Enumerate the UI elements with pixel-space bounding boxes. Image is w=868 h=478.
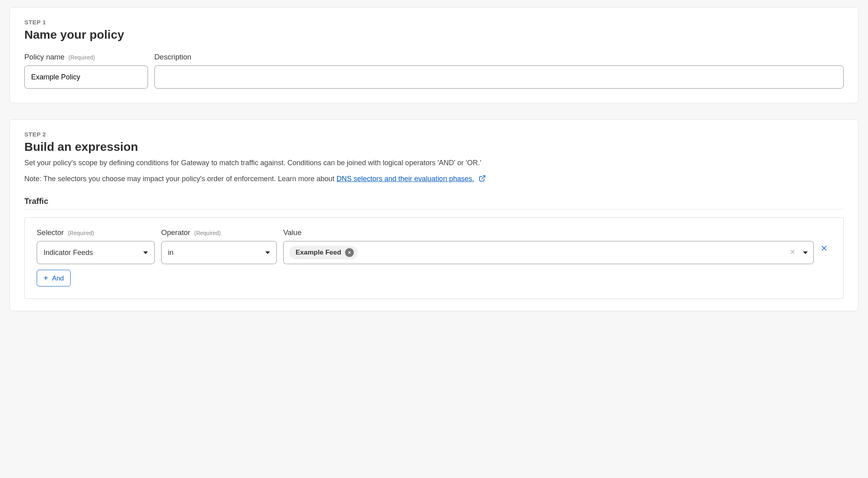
selector-required: (Required)	[68, 230, 94, 236]
step2-title: Build an expression	[24, 140, 844, 154]
step2-note: Note: The selectors you choose may impac…	[24, 174, 844, 185]
operator-select[interactable]: in	[161, 241, 277, 264]
description-group: Description	[154, 53, 844, 89]
description-input[interactable]	[154, 65, 844, 89]
selector-value: Indicator Feeds	[43, 249, 93, 257]
value-chip-label: Example Feed	[296, 249, 341, 257]
expression-row: Selector (Required) Indicator Feeds + An…	[37, 228, 831, 286]
step2-note-prefix: Note: The selectors you choose may impac…	[24, 175, 337, 183]
policy-name-group: Policy name (Required)	[24, 53, 148, 89]
step2-label: STEP 2	[24, 131, 844, 138]
step2-card: STEP 2 Build an expression Set your poli…	[10, 119, 858, 311]
operator-column: Operator (Required) in	[161, 228, 277, 264]
chevron-down-icon	[143, 251, 148, 254]
add-and-button[interactable]: + And	[37, 270, 71, 286]
value-multiselect[interactable]: Example Feed	[283, 241, 814, 264]
clear-values-icon[interactable]	[786, 249, 799, 257]
operator-label: Operator	[161, 228, 190, 237]
chip-remove-icon[interactable]	[345, 248, 354, 257]
chevron-down-icon	[265, 251, 270, 254]
traffic-heading: Traffic	[24, 197, 844, 209]
operator-required: (Required)	[194, 230, 221, 236]
delete-condition-button[interactable]	[820, 247, 828, 253]
description-label: Description	[154, 53, 191, 61]
value-chip: Example Feed	[289, 246, 358, 259]
delete-column	[820, 228, 831, 254]
step1-card: STEP 1 Name your policy Policy name (Req…	[10, 7, 858, 103]
selector-label: Selector	[37, 228, 64, 237]
selector-select[interactable]: Indicator Feeds	[37, 241, 155, 264]
value-column: Value Example Feed	[283, 228, 814, 264]
value-label: Value	[283, 228, 302, 237]
policy-name-required: (Required)	[69, 54, 95, 61]
step1-label: STEP 1	[24, 19, 844, 26]
chevron-down-icon	[803, 251, 808, 254]
policy-name-input[interactable]	[24, 65, 148, 89]
operator-value: in	[168, 249, 174, 257]
svg-line-0	[481, 176, 485, 179]
policy-name-label: Policy name	[24, 53, 65, 61]
step2-description: Set your policy's scope by defining cond…	[24, 158, 844, 168]
expression-group: Selector (Required) Indicator Feeds + An…	[24, 217, 844, 299]
selector-column: Selector (Required) Indicator Feeds + An…	[37, 228, 155, 286]
external-link-icon	[479, 174, 486, 185]
plus-icon: +	[43, 274, 48, 282]
and-button-label: And	[52, 275, 64, 282]
step1-title: Name your policy	[24, 28, 844, 41]
dns-selectors-link[interactable]: DNS selectors and their evaluation phase…	[337, 175, 474, 183]
